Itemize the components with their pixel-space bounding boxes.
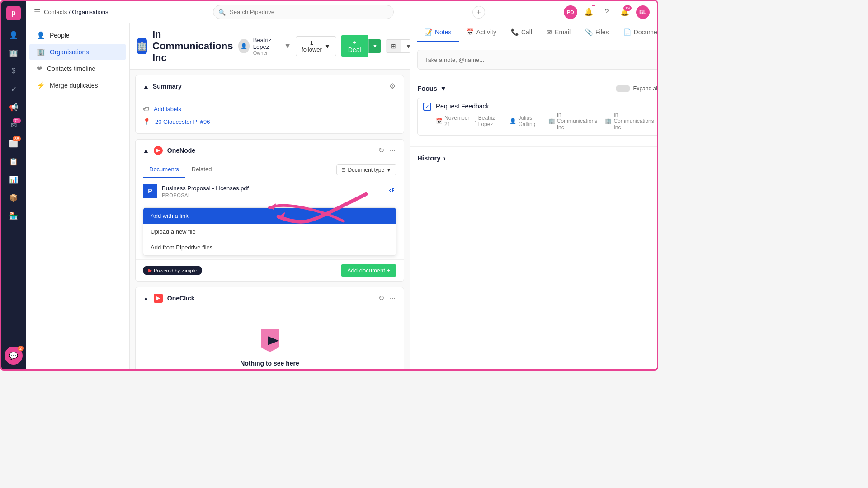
hamburger-icon[interactable]: ☰ xyxy=(34,8,40,16)
location-icon: 📍 xyxy=(143,118,151,125)
notes-tab-icon: 📝 xyxy=(425,28,432,36)
onenode-label: OneNode xyxy=(167,147,195,154)
nav-item-organisations[interactable]: 🏢 Organisations xyxy=(29,44,126,60)
breadcrumb-contacts[interactable]: Contacts xyxy=(44,9,67,15)
upload-new-file-item[interactable]: Upload a new file xyxy=(143,224,396,239)
onenode-refresh-button[interactable]: ↻ xyxy=(377,145,385,155)
tab-documents[interactable]: 📄 Documents xyxy=(616,23,657,42)
owner-dropdown-icon[interactable]: ▼ xyxy=(284,42,291,50)
filter-icon: ⊟ xyxy=(341,167,346,173)
add-labels-text: Add labels xyxy=(154,106,181,113)
sidebar-icon-campaigns[interactable]: 📢 xyxy=(5,99,22,115)
sidebar-icon-organisations[interactable]: 🏢 xyxy=(5,45,22,61)
focus-title: Focus ▼ xyxy=(417,84,447,92)
help-icon-btn[interactable]: ? xyxy=(600,5,613,19)
oneclick-refresh-button[interactable]: ↻ xyxy=(377,293,385,303)
empty-icon xyxy=(256,327,283,354)
task-org2: 🏢 In Communications Inc xyxy=(605,112,656,131)
history-title[interactable]: History › xyxy=(417,154,657,162)
org1-text: In Communications Inc xyxy=(557,112,600,131)
deal-button[interactable]: + Deal xyxy=(341,35,368,57)
oneclick-icon: ▶ xyxy=(154,294,163,303)
analytics-icon: 📊 xyxy=(9,175,18,184)
nav-item-merge-label: Merge duplicates xyxy=(50,82,98,89)
chat-button[interactable]: 💬 2 xyxy=(5,347,23,365)
add-labels-item[interactable]: 🏷 Add labels xyxy=(143,103,396,115)
deals-icon: $ xyxy=(12,67,16,75)
sidebar-icon-marketplace[interactable]: 🏪 xyxy=(5,207,22,224)
add-from-pipedrive-item[interactable]: Add from Pipedrive files xyxy=(143,239,396,255)
share-icon-btn[interactable]: 🔔 xyxy=(582,5,595,19)
oneclick-label: OneClick xyxy=(167,295,195,302)
search-input[interactable] xyxy=(213,5,394,19)
sidebar-icon-tasks[interactable]: ✓ xyxy=(5,81,22,97)
tab-activity[interactable]: 📅 Activity xyxy=(459,23,504,42)
note-input[interactable] xyxy=(417,50,657,70)
sidebar-icon-pipeline[interactable]: ⬜ 38 xyxy=(5,135,22,151)
tab-call[interactable]: 📞 Call xyxy=(504,23,539,42)
email-tab-label: Email xyxy=(555,28,571,36)
focus-chevron-icon[interactable]: ▼ xyxy=(440,84,447,92)
document-item: P Business Proposal - Licenses.pdf PROPO… xyxy=(136,178,404,204)
sidebar-icon-inbox[interactable]: ✉ 71 xyxy=(5,117,22,133)
tab-email[interactable]: ✉ Email xyxy=(539,23,578,42)
expand-all-toggle[interactable]: Expand all items xyxy=(616,85,657,92)
empty-desc: No buttons visible in this context xyxy=(231,369,308,369)
onenode-tabs-bar: Documents Related ⊟ Document type ▼ xyxy=(136,161,404,178)
user-avatar[interactable]: BL xyxy=(636,5,650,19)
onenode-actions: ↻ ··· xyxy=(377,145,396,155)
doc-eye-icon[interactable]: 👁 xyxy=(389,187,396,195)
sidebar-icon-analytics[interactable]: 📊 xyxy=(5,171,22,188)
follower-label: 1 follower xyxy=(302,39,322,53)
summary-settings-button[interactable]: ⚙ xyxy=(388,81,396,91)
document-type-filter[interactable]: ⊟ Document type ▼ xyxy=(336,164,396,175)
oneclick-empty-state: Nothing to see here No buttons visible i… xyxy=(136,309,404,369)
sidebar-icon-more[interactable]: ··· xyxy=(5,325,21,341)
app-logo[interactable]: p xyxy=(6,6,21,20)
add-button[interactable]: + xyxy=(472,6,485,19)
task-title: Request Feedback xyxy=(436,103,656,110)
files-tab-icon: 📎 xyxy=(585,28,593,36)
task-checkbox[interactable]: ✓ xyxy=(423,103,431,111)
sidebar-icon-products[interactable]: 📦 xyxy=(5,189,22,206)
tab-documents[interactable]: Documents xyxy=(143,161,185,178)
sidebar-icon-templates[interactable]: 📋 xyxy=(5,153,22,169)
nav-item-timeline-label: Contacts timeline xyxy=(47,65,95,72)
activity-tab-icon: 📅 xyxy=(466,28,474,36)
toggle-switch[interactable] xyxy=(616,85,630,92)
grid-view-button[interactable]: ⊞ xyxy=(386,40,401,52)
onenode-more-button[interactable]: ··· xyxy=(389,145,396,155)
notifications-icon-btn[interactable]: 🔔 19 xyxy=(618,5,632,19)
nav-item-people[interactable]: 👤 People xyxy=(29,27,126,43)
nav-item-contacts-timeline[interactable]: ❤ Contacts timeline xyxy=(29,61,126,77)
onenode-icon: ▶ xyxy=(154,146,163,155)
follower-chevron-icon: ▼ xyxy=(325,43,330,50)
task-item: ✓ Request Feedback 📅 November 21 · xyxy=(417,98,657,136)
add-with-link-item[interactable]: Add with a link xyxy=(143,208,396,224)
sidebar-icon-contacts[interactable]: 👤 xyxy=(5,27,22,43)
user-icon: 👤 xyxy=(509,118,516,124)
summary-actions: ⚙ xyxy=(388,81,396,91)
deal-button-arrow[interactable]: ▼ xyxy=(368,39,382,53)
org-icon: 🏢 xyxy=(137,38,147,54)
calendar-icon: 📅 xyxy=(436,118,443,124)
address-item[interactable]: 📍 20 Gloucester Pl #96 xyxy=(143,115,396,128)
expand-all-label: Expand all items xyxy=(633,85,657,92)
profile-icon-btn[interactable]: PD xyxy=(564,5,577,19)
add-document-button[interactable]: Add document + xyxy=(341,264,396,277)
activity-tab-label: Activity xyxy=(476,28,496,36)
tasks-icon: ✓ xyxy=(11,85,17,94)
tab-files[interactable]: 📎 Files xyxy=(578,23,616,42)
task-person: 👤 Julius Gatling xyxy=(509,115,542,127)
pipeline-badge: 38 xyxy=(13,136,21,141)
tab-related[interactable]: Related xyxy=(185,161,218,178)
tab-notes[interactable]: 📝 Notes xyxy=(417,23,459,42)
task-date: 📅 November 21 xyxy=(436,115,469,127)
search-icon: 🔍 xyxy=(218,9,226,15)
nav-item-merge-duplicates[interactable]: ⚡ Merge duplicates xyxy=(29,77,126,94)
view-toggle-chevron[interactable]: ▼ xyxy=(401,40,410,52)
oneclick-more-button[interactable]: ··· xyxy=(389,293,396,303)
notes-tabs: 📝 Notes 📅 Activity 📞 Call ✉ Email xyxy=(410,23,657,42)
follower-button[interactable]: 1 follower ▼ xyxy=(296,36,336,56)
sidebar-icon-deals[interactable]: $ xyxy=(5,63,22,79)
